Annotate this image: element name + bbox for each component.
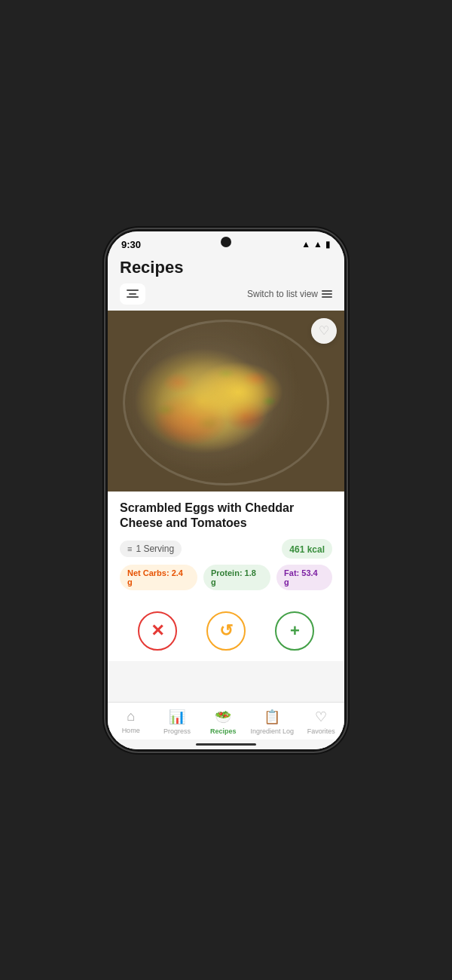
progress-icon: 📊: [169, 709, 185, 725]
refresh-icon: ↺: [219, 621, 233, 641]
kcal-text: 461 kcal: [289, 544, 325, 555]
phone-inner: 9:30 ▲ ▲ ▮ Recipes: [108, 231, 344, 749]
bottom-nav: ⌂ Home 📊 Progress 🥗 Recipes 📋 Ingredient…: [108, 702, 344, 740]
recipe-scroll-area[interactable]: ♡ Scrambled Eggs with Cheddar Cheese and…: [108, 311, 344, 702]
recipe-plate: [123, 320, 329, 485]
app-content: Recipes Switch to list view: [108, 253, 344, 749]
list-line-3: [322, 296, 332, 298]
nav-home-label: Home: [122, 727, 140, 734]
page-title: Recipes: [120, 258, 332, 277]
serving-icon: ≡: [127, 544, 132, 553]
recipe-info: Scrambled Eggs with Cheddar Cheese and T…: [108, 492, 344, 606]
serving-badge: ≡ 1 Serving: [120, 541, 182, 557]
serving-row: ≡ 1 Serving 461 kcal: [120, 539, 332, 559]
recipes-icon: 🥗: [215, 709, 231, 725]
recipe-card: ♡ Scrambled Eggs with Cheddar Cheese and…: [108, 311, 344, 662]
status-icons: ▲ ▲ ▮: [301, 239, 331, 250]
nav-favorites-label: Favorites: [307, 727, 335, 735]
wifi-icon: ▲: [301, 239, 310, 250]
filter-line-3: [127, 296, 139, 298]
filter-icon: [127, 289, 139, 298]
home-icon: ⌂: [127, 709, 135, 724]
list-line-2: [322, 293, 332, 295]
log-icon: 📋: [264, 709, 280, 725]
macros-row: Net Carbs: 2.4 g Protein: 1.8 g Fat: 53.…: [120, 565, 332, 590]
toolbar: Switch to list view: [120, 283, 332, 305]
nav-recipes-label: Recipes: [210, 727, 237, 735]
nav-recipes[interactable]: 🥗 Recipes: [204, 709, 242, 735]
nav-log-label: Ingredient Log: [250, 727, 294, 735]
nav-progress[interactable]: 📊 Progress: [158, 709, 196, 735]
recipe-image-background: [108, 311, 344, 492]
status-time: 9:30: [121, 239, 141, 250]
switch-view-label: Switch to list view: [247, 289, 318, 299]
home-bar: [196, 743, 256, 746]
favorite-button[interactable]: ♡: [311, 318, 337, 344]
kcal-badge: 461 kcal: [282, 539, 332, 559]
serving-text: 1 Serving: [136, 544, 174, 554]
filter-line-1: [127, 289, 139, 291]
remove-button[interactable]: ✕: [138, 611, 177, 651]
recipe-name: Scrambled Eggs with Cheddar Cheese and T…: [120, 501, 332, 532]
action-row: ✕ ↺ +: [108, 605, 344, 661]
list-view-icon: [322, 290, 332, 298]
nav-favorites[interactable]: ♡ Favorites: [302, 709, 340, 735]
carbs-badge: Net Carbs: 2.4 g: [120, 565, 197, 590]
favorites-icon: ♡: [315, 709, 327, 725]
filter-button[interactable]: [120, 283, 145, 305]
fat-badge: Fat: 53.4 g: [276, 565, 332, 590]
signal-icon: ▲: [313, 239, 322, 250]
camera-notch: [221, 237, 231, 247]
app-header: Recipes Switch to list view: [108, 253, 344, 311]
add-button[interactable]: +: [275, 611, 314, 651]
add-icon: +: [290, 621, 300, 641]
recipe-image-container: ♡: [108, 311, 344, 492]
nav-ingredient-log[interactable]: 📋 Ingredient Log: [250, 709, 294, 735]
home-indicator: [108, 740, 344, 749]
filter-line-2: [129, 293, 136, 295]
switch-view-button[interactable]: Switch to list view: [247, 289, 332, 299]
nav-home[interactable]: ⌂ Home: [112, 709, 150, 735]
refresh-button[interactable]: ↺: [206, 611, 246, 651]
heart-icon: ♡: [319, 325, 329, 337]
phone-frame: 9:30 ▲ ▲ ▮ Recipes: [105, 229, 347, 752]
battery-icon: ▮: [325, 239, 331, 250]
remove-icon: ✕: [151, 621, 164, 641]
protein-badge: Protein: 1.8 g: [203, 565, 270, 590]
list-line-1: [322, 290, 332, 292]
nav-progress-label: Progress: [163, 727, 191, 735]
